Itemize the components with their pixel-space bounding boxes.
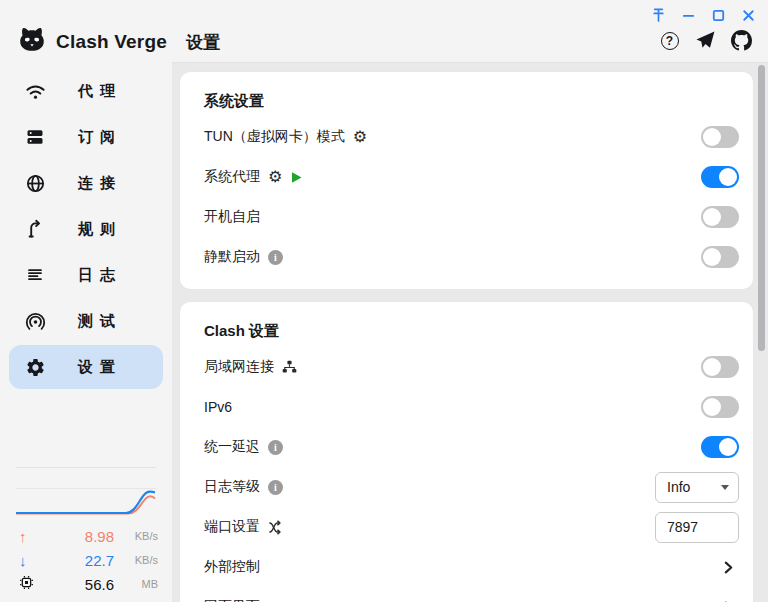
- memory-value: 56.6: [37, 576, 114, 593]
- sidebar-item-logs[interactable]: 日志: [9, 253, 163, 297]
- cat-logo-icon: [17, 26, 47, 57]
- setting-row-port: 端口设置: [204, 507, 739, 547]
- setting-label: TUN（虚拟网卡）模式: [204, 128, 345, 146]
- caret-down-icon: [721, 485, 729, 490]
- sidebar-item-subscription[interactable]: 订阅: [9, 115, 163, 159]
- section-title: Clash 设置: [204, 322, 739, 341]
- sidebar-item-rules[interactable]: 规则: [9, 207, 163, 251]
- maximize-button[interactable]: [703, 3, 733, 27]
- setting-label: 统一延迟: [204, 438, 260, 456]
- setting-row-external-control[interactable]: 外部控制: [204, 547, 739, 587]
- gear-icon[interactable]: ⚙: [268, 169, 282, 185]
- test-radar-icon: [24, 310, 46, 332]
- setting-label: 静默启动: [204, 248, 260, 266]
- pin-button[interactable]: [643, 3, 673, 27]
- setting-label: 系统代理: [204, 168, 260, 186]
- header-icons: ?: [659, 30, 752, 51]
- memory-chip-icon: [19, 575, 37, 593]
- setting-label: 局域网连接: [204, 358, 274, 376]
- memory-row[interactable]: 56.6 MB: [0, 572, 172, 596]
- sidebar: Clash Verge 代理: [0, 0, 172, 602]
- telegram-icon[interactable]: [695, 30, 716, 51]
- info-icon[interactable]: i: [268, 250, 283, 265]
- sidebar-item-test[interactable]: 测试: [9, 299, 163, 343]
- content-scroll-area[interactable]: 系统设置 TUN（虚拟网卡）模式 ⚙ 系统代理 ⚙: [172, 63, 768, 602]
- log-level-select[interactable]: Info: [655, 472, 739, 503]
- setting-label: 日志等级: [204, 478, 260, 496]
- wifi-icon: [24, 80, 46, 102]
- help-icon[interactable]: ?: [659, 30, 680, 51]
- port-input[interactable]: [655, 512, 739, 543]
- shuffle-icon[interactable]: [268, 520, 283, 535]
- scrollbar-thumb[interactable]: [758, 65, 765, 351]
- setting-label: 外部控制: [204, 558, 260, 576]
- globe-icon: [24, 172, 46, 194]
- window-controls: [643, 3, 763, 27]
- minimize-button[interactable]: [673, 3, 703, 27]
- lan-toggle[interactable]: [701, 356, 739, 378]
- setting-row-ipv6: IPv6: [204, 387, 739, 427]
- play-icon[interactable]: [290, 171, 303, 184]
- setting-label: 网页界面: [204, 598, 260, 602]
- sidebar-item-label: 订阅: [78, 128, 122, 147]
- sidebar-item-label: 测试: [78, 312, 122, 331]
- traffic-graph: [16, 488, 156, 520]
- setting-row-silent-start: 静默启动 i: [204, 237, 739, 277]
- sidebar-item-label: 规则: [78, 220, 122, 239]
- divider: [16, 467, 156, 468]
- setting-row-unified-delay: 统一延迟 i: [204, 427, 739, 467]
- setting-row-lan: 局域网连接: [204, 347, 739, 387]
- setting-row-web-ui[interactable]: 网页界面: [204, 587, 739, 602]
- lan-icon[interactable]: [282, 360, 297, 374]
- arrow-down-icon: ↓: [19, 552, 37, 569]
- upload-speed: 8.98: [37, 528, 114, 545]
- setting-label: IPv6: [204, 399, 232, 415]
- sidebar-item-connections[interactable]: 连接: [9, 161, 163, 205]
- sidebar-traffic-panel: ↑ 8.98 KB/s ↓ 22.7 KB/s 56.6 MB: [0, 467, 172, 596]
- brand-name: Clash Verge: [56, 31, 167, 53]
- info-icon[interactable]: i: [268, 440, 283, 455]
- info-icon[interactable]: i: [268, 480, 283, 495]
- setting-row-autostart: 开机自启: [204, 197, 739, 237]
- setting-row-tun: TUN（虚拟网卡）模式 ⚙: [204, 117, 739, 157]
- setting-label: 端口设置: [204, 518, 260, 536]
- setting-label: 开机自启: [204, 208, 260, 226]
- logs-lines-icon: [24, 264, 46, 286]
- chevron-right-icon[interactable]: [717, 556, 739, 578]
- github-icon[interactable]: [731, 30, 752, 51]
- traffic-down-row: ↓ 22.7 KB/s: [0, 548, 172, 572]
- close-button[interactable]: [733, 3, 763, 27]
- brand: Clash Verge: [0, 0, 172, 57]
- system-proxy-toggle[interactable]: [701, 166, 739, 188]
- main-panel: 设置 ? 系统设置 TUN（虚拟网卡）: [172, 0, 768, 602]
- chevron-right-icon[interactable]: [717, 596, 739, 602]
- sidebar-item-label: 连接: [78, 174, 122, 193]
- download-unit: KB/s: [114, 554, 158, 566]
- rules-route-icon: [24, 218, 46, 240]
- sidebar-item-label: 代理: [78, 82, 122, 101]
- silent-start-toggle[interactable]: [701, 246, 739, 268]
- setting-row-log-level: 日志等级 i Info: [204, 467, 739, 507]
- log-level-value: Info: [667, 479, 690, 495]
- section-title: 系统设置: [204, 92, 739, 111]
- clash-settings-card: Clash 设置 局域网连接: [180, 302, 753, 602]
- sidebar-item-label: 设置: [78, 358, 122, 377]
- sidebar-item-proxy[interactable]: 代理: [9, 69, 163, 113]
- traffic-up-row: ↑ 8.98 KB/s: [0, 524, 172, 548]
- sidebar-item-label: 日志: [78, 266, 122, 285]
- ipv6-toggle[interactable]: [701, 396, 739, 418]
- page-title: 设置: [186, 31, 220, 54]
- system-settings-card: 系统设置 TUN（虚拟网卡）模式 ⚙ 系统代理 ⚙: [180, 72, 753, 289]
- sidebar-nav: 代理 订阅: [0, 69, 172, 389]
- clash-verge-window: Clash Verge 代理: [0, 0, 768, 602]
- arrow-up-icon: ↑: [19, 528, 37, 545]
- subscription-icon: [24, 126, 46, 148]
- tun-toggle[interactable]: [701, 126, 739, 148]
- autostart-toggle[interactable]: [701, 206, 739, 228]
- memory-unit: MB: [114, 578, 158, 590]
- gear-icon[interactable]: ⚙: [353, 129, 367, 145]
- upload-unit: KB/s: [114, 530, 158, 542]
- gear-icon: [24, 356, 46, 378]
- sidebar-item-settings[interactable]: 设置: [9, 345, 163, 389]
- unified-delay-toggle[interactable]: [701, 436, 739, 458]
